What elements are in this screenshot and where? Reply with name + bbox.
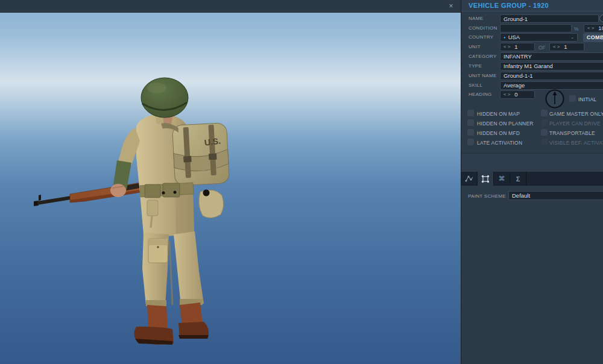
unit-label: UNIT <box>469 44 481 49</box>
soldier-trousers <box>142 231 204 306</box>
heading-value: 0 <box>514 91 517 98</box>
initial-checkbox[interactable] <box>569 95 576 102</box>
hidden-on-mfd-label: HIDDEN ON MFD <box>477 130 520 136</box>
category-label: CATEGORY <box>469 54 497 59</box>
spinner-decrement-icon[interactable]: < <box>504 91 507 98</box>
category-dropdown[interactable]: INFANTRY <box>500 52 603 61</box>
soldier-boots <box>134 303 209 345</box>
panel-section-strip <box>461 153 603 172</box>
hidden-on-map-label: HIDDEN ON MAP <box>477 111 520 117</box>
hidden-on-map-checkbox[interactable] <box>467 110 474 116</box>
visible-bef-activation-label: VISIBLE BEF. ACTIVATION <box>549 140 603 146</box>
route-icon <box>464 174 474 184</box>
tab-route[interactable] <box>461 172 478 186</box>
spinner-decrement-icon[interactable]: < <box>504 43 507 51</box>
unit-total-spinner[interactable]: < > 1 <box>549 43 584 51</box>
soldier-model-preview: U.S. <box>24 66 241 356</box>
transportable-checkbox[interactable] <box>541 129 548 136</box>
unit-count-spinner[interactable]: < > 1 <box>500 43 535 51</box>
unit-total-value: 1 <box>564 43 567 51</box>
condition-spinner[interactable]: < > 100 <box>584 24 603 33</box>
group-tabbar: ⌘ Σ <box>461 172 603 186</box>
initial-checkbox-label: INITIAL <box>578 96 596 102</box>
player-can-drive-label: PLAYER CAN DRIVE <box>549 121 601 127</box>
rifle-m1-garand <box>34 181 151 206</box>
country-dropdown[interactable]: ● USA ⌄ <box>500 33 578 42</box>
skill-label: SKILL <box>469 83 482 88</box>
late-activation-label: LATE ACTIVATION <box>477 140 522 146</box>
viewport-titlebar: × <box>0 0 461 13</box>
tab-summary[interactable]: Σ <box>510 172 526 186</box>
chevron-down-icon: ⌄ <box>570 34 574 41</box>
heading-spinner[interactable]: < > 0 <box>500 90 535 99</box>
percent-label: % <box>574 26 579 32</box>
game-master-only-label: GAME MASTER ONLY <box>549 111 603 117</box>
tab-group-select[interactable] <box>478 172 494 186</box>
spinner-decrement-icon[interactable]: < <box>553 43 556 51</box>
close-icon[interactable]: × <box>446 1 456 11</box>
actions-icon: ⌘ <box>499 175 505 183</box>
player-can-drive-checkbox <box>541 119 548 126</box>
3d-preview-viewport[interactable]: U.S. <box>0 0 461 364</box>
of-label: OF <box>538 45 546 51</box>
type-dropdown[interactable]: Infantry M1 Garand <box>500 62 603 71</box>
tab-actions[interactable]: ⌘ <box>494 172 510 186</box>
hidden-on-mfd-checkbox[interactable] <box>467 129 474 136</box>
unit-name-label: UNIT NAME <box>469 73 497 78</box>
spinner-increment-icon[interactable]: > <box>508 43 511 51</box>
hidden-on-planner-checkbox[interactable] <box>467 119 474 126</box>
country-value: USA <box>508 34 520 41</box>
group-select-icon <box>481 174 490 184</box>
spinner-increment-icon[interactable]: > <box>557 43 560 51</box>
panel-header: VEHICLE GROUP - 1920 <box>461 0 603 11</box>
name-input[interactable] <box>500 14 599 23</box>
spinner-increment-icon[interactable]: > <box>508 91 511 98</box>
backpack-us-stamp: U.S. <box>204 136 221 147</box>
paint-scheme-dropdown[interactable]: Default <box>508 191 603 200</box>
late-activation-checkbox[interactable] <box>467 139 474 145</box>
heading-dial[interactable] <box>545 89 565 109</box>
panel-title: VEHICLE GROUP - 1920 <box>469 2 549 9</box>
spinner-increment-icon[interactable]: > <box>592 25 595 32</box>
spinner-decrement-icon[interactable]: < <box>587 25 590 32</box>
soldier-helmet <box>141 78 188 118</box>
mission-editor-screen: U.S. <box>0 0 603 364</box>
unit-name-input[interactable]: Ground-1-1 <box>500 72 603 80</box>
condition-input[interactable] <box>500 24 572 33</box>
vehicle-group-panel: VEHICLE GROUP - 1920 NAME CONDITION % < … <box>461 0 603 364</box>
hidden-on-planner-label: HIDDEN ON PLANNER <box>477 121 534 127</box>
country-label: COUNTRY <box>469 34 494 40</box>
paint-scheme-label: PAINT SCHEME <box>468 193 506 199</box>
condition-label: CONDITION <box>469 25 497 31</box>
unit-count-value: 1 <box>514 43 517 51</box>
heading-label: HEADING <box>469 92 492 97</box>
transportable-label: TRANSPORTABLE <box>549 130 595 136</box>
game-master-only-checkbox[interactable] <box>541 110 548 116</box>
condition-spinner-value: 100 <box>598 25 603 32</box>
type-label: TYPE <box>469 63 482 69</box>
country-dot-icon: ● <box>504 34 506 41</box>
summary-icon: Σ <box>516 175 520 183</box>
visible-bef-activation-checkbox <box>541 139 548 145</box>
name-label: NAME <box>469 16 483 21</box>
coalition-button[interactable]: COMBAT <box>583 33 603 42</box>
circular-control-partial[interactable] <box>599 14 603 22</box>
